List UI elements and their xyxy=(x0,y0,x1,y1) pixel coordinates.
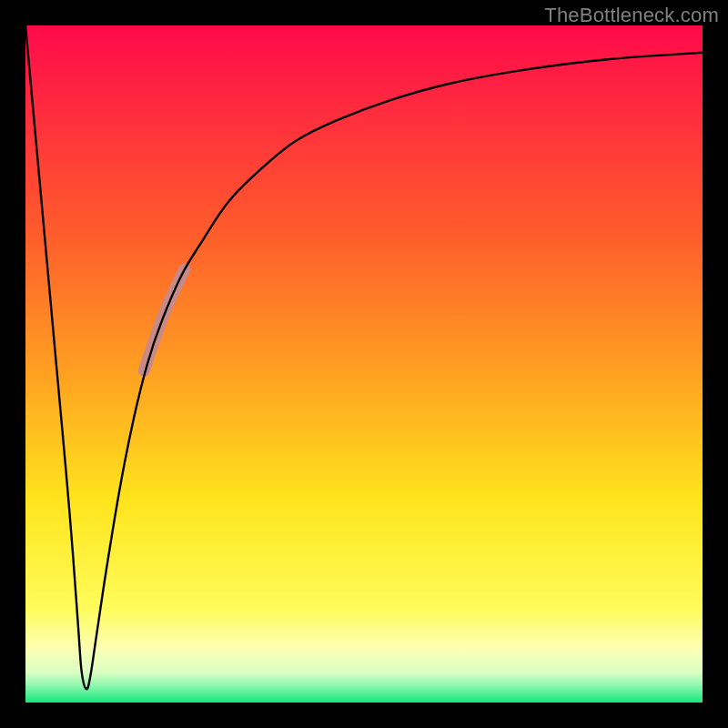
plot-area xyxy=(25,25,703,703)
bottleneck-curve xyxy=(25,25,703,689)
chart-frame: TheBottleneck.com xyxy=(0,0,728,728)
watermark-text: TheBottleneck.com xyxy=(544,4,719,27)
curve-layer xyxy=(25,25,703,703)
